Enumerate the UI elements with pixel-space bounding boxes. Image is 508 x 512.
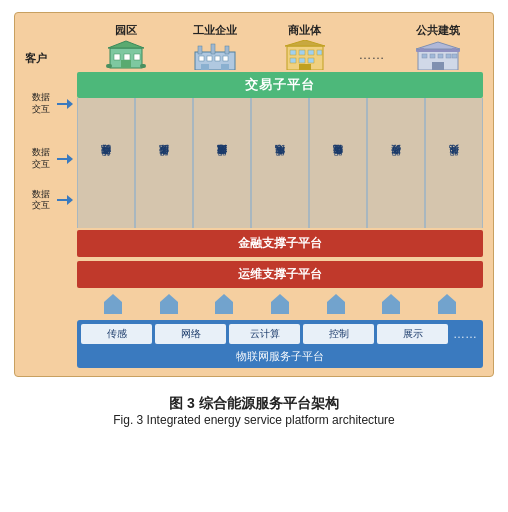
icon-group-public: 公共建筑 — [402, 23, 474, 70]
svg-marker-4 — [108, 41, 144, 48]
svg-marker-39 — [104, 294, 122, 314]
svg-rect-17 — [225, 46, 229, 54]
up-arrow-1 — [104, 294, 122, 314]
icon-group-commerce: 商业体 — [269, 23, 341, 70]
data-label-1: 数据交互 — [25, 92, 77, 115]
svg-marker-42 — [271, 294, 289, 314]
svg-rect-20 — [299, 50, 305, 55]
iot-items-row: 传感 网络 云计算 控制 展示 …… — [81, 324, 479, 344]
data-text-3: 数据交互 — [25, 189, 57, 212]
iot-item-2: 网络 — [155, 324, 226, 344]
center-area: 交易子平台 综合能效服务 多能供应服务 分布式清洁能源服务 电动汽车服务 市场化… — [77, 72, 483, 368]
svg-rect-38 — [452, 48, 456, 51]
up-arrow-7 — [438, 294, 456, 314]
caption-zh: 图 3 综合能源服务平台架构 — [113, 395, 394, 413]
park-label: 园区 — [115, 23, 137, 38]
svg-marker-44 — [382, 294, 400, 314]
iot-item-4: 控制 — [303, 324, 374, 344]
ops-platform-bar: 运维支撑子平台 — [77, 261, 483, 288]
col-item-3: 分布式清洁能源服务 — [193, 98, 251, 228]
svg-rect-9 — [199, 56, 204, 61]
svg-rect-12 — [223, 56, 228, 61]
iot-item-1: 传感 — [81, 324, 152, 344]
svg-rect-13 — [201, 64, 209, 70]
commerce-label: 商业体 — [288, 23, 321, 38]
iot-dots: …… — [451, 324, 479, 344]
svg-rect-29 — [422, 54, 427, 58]
svg-rect-19 — [290, 50, 296, 55]
data-text-2: 数据交互 — [25, 147, 57, 170]
icon-group-park: 园区 — [90, 23, 162, 70]
svg-rect-32 — [446, 54, 451, 58]
svg-rect-26 — [299, 64, 311, 70]
svg-rect-37 — [420, 48, 424, 51]
svg-rect-16 — [211, 44, 215, 54]
up-arrows-row — [77, 292, 483, 314]
svg-marker-40 — [160, 294, 178, 314]
columns-area: 综合能效服务 多能供应服务 分布式清洁能源服务 电动汽车服务 市场化售能服务 碳… — [77, 98, 483, 228]
public-icon — [416, 40, 460, 70]
up-arrow-4 — [271, 294, 289, 314]
svg-rect-31 — [438, 54, 443, 58]
arrow-2 — [57, 154, 73, 164]
svg-rect-11 — [215, 56, 220, 61]
iot-item-5: 展示 — [377, 324, 448, 344]
svg-marker-43 — [327, 294, 345, 314]
svg-rect-14 — [221, 64, 229, 70]
data-label-2: 数据交互 — [25, 147, 77, 170]
up-arrow-2 — [160, 294, 178, 314]
svg-rect-22 — [290, 58, 296, 63]
arrow-3 — [57, 195, 73, 205]
public-label: 公共建筑 — [416, 23, 460, 38]
svg-rect-7 — [140, 64, 146, 68]
commerce-icon — [285, 40, 325, 70]
svg-rect-21 — [308, 50, 314, 55]
iot-section: 传感 网络 云计算 控制 展示 …… 物联网服务子平台 — [77, 320, 483, 368]
svg-rect-2 — [124, 54, 130, 60]
up-arrow-6 — [382, 294, 400, 314]
icon-group-industry: 工业企业 — [179, 23, 251, 70]
caption-en: Fig. 3 Integrated energy service platfor… — [113, 413, 394, 427]
top-dots-text: …… — [359, 47, 385, 62]
col-item-1: 综合能效服务 — [77, 98, 135, 228]
svg-rect-23 — [299, 58, 305, 63]
iot-platform-label: 物联网服务子平台 — [81, 347, 479, 366]
arrow-1 — [57, 99, 73, 109]
finance-platform-bar: 金融支撑子平台 — [77, 230, 483, 257]
svg-rect-33 — [452, 54, 457, 58]
svg-marker-45 — [438, 294, 456, 314]
park-icon — [106, 40, 146, 70]
customer-label: 客户 — [25, 51, 47, 66]
svg-marker-36 — [416, 42, 460, 49]
diagram-container: 客户 园区 工业企业 — [14, 12, 494, 377]
data-label-3: 数据交互 — [25, 189, 77, 212]
up-arrow-5 — [327, 294, 345, 314]
industry-icon — [193, 40, 237, 70]
industry-label: 工业企业 — [193, 23, 237, 38]
svg-rect-25 — [317, 50, 322, 55]
caption-area: 图 3 综合能源服务平台架构 Fig. 3 Integrated energy … — [113, 395, 394, 427]
top-icons-row: 园区 工业企业 — [77, 23, 483, 70]
svg-rect-24 — [308, 58, 314, 63]
svg-marker-41 — [215, 294, 233, 314]
svg-rect-10 — [207, 56, 212, 61]
iot-item-3: 云计算 — [229, 324, 300, 344]
data-text-1: 数据交互 — [25, 92, 57, 115]
svg-rect-1 — [114, 54, 120, 60]
svg-rect-15 — [198, 46, 202, 54]
up-arrow-3 — [215, 294, 233, 314]
svg-rect-34 — [432, 62, 444, 70]
svg-rect-5 — [121, 60, 131, 68]
svg-rect-30 — [430, 54, 435, 58]
trading-platform-bar: 交易子平台 — [77, 72, 483, 98]
svg-rect-6 — [106, 64, 112, 68]
col-item-4: 电动汽车服务 — [251, 98, 309, 228]
svg-rect-3 — [134, 54, 140, 60]
col-item-6: 碳资产服务 — [367, 98, 425, 228]
col-item-2: 多能供应服务 — [135, 98, 193, 228]
col-item-7: 其他服务 — [425, 98, 483, 228]
svg-marker-27 — [285, 40, 325, 46]
top-dots: …… — [359, 47, 385, 70]
col-item-5: 市场化售能服务 — [309, 98, 367, 228]
left-side: 数据交互 数据交互 数据交互 — [25, 72, 77, 368]
